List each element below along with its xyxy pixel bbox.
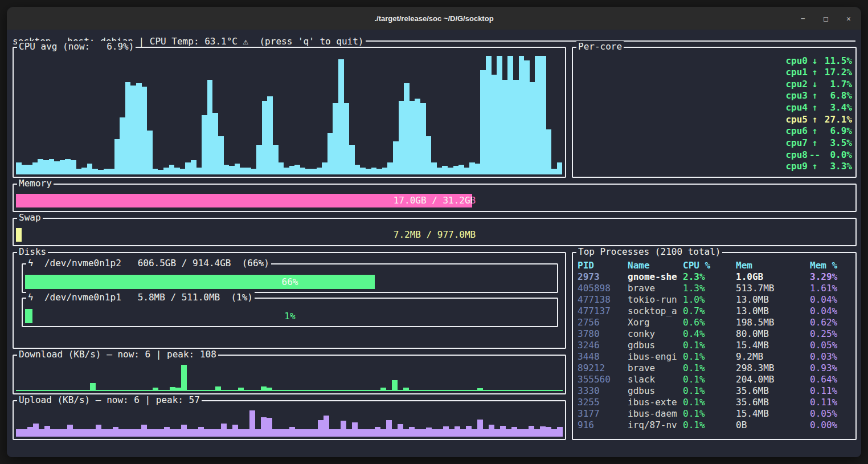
upload-panel: Upload (KB/s) — now: 6 | peak: 57 — [13, 400, 566, 440]
cell-pid: 916 — [578, 420, 628, 431]
process-row[interactable]: 477138tokio-run1.0%13.0MB0.04% — [573, 294, 855, 306]
process-row[interactable]: 2756Xorg0.6%198.5MB0.62% — [573, 317, 855, 328]
trend-flat-icon: -- — [808, 149, 821, 160]
core-label-cpu9: cpu9↑3.3% — [785, 161, 852, 172]
column-header-pid[interactable]: PID — [578, 260, 628, 271]
column-header-cpu-[interactable]: CPU % — [683, 260, 736, 271]
process-row[interactable]: 3330gdbus0.1%35.6MB0.11% — [573, 385, 855, 397]
maximize-button[interactable]: □ — [821, 14, 830, 23]
cell-cpu: 0.7% — [683, 306, 736, 317]
core-row-cpu4: cpu4↑3.4% — [578, 102, 852, 113]
cell-cpu: 0.1% — [683, 363, 736, 374]
cell-name: ibus-daem — [628, 408, 683, 420]
cell-cpu: 0.1% — [683, 351, 736, 363]
download-panel-title: Download (KB/s) — now: 6 | peak: 108 — [17, 349, 218, 360]
core-sparkline-cpu7 — [578, 137, 781, 149]
cell-memp: 0.93% — [810, 363, 855, 374]
disk-icon: ϟ — [28, 292, 34, 303]
trend-up-icon: ↑ — [808, 102, 821, 113]
cell-pid: 477137 — [578, 306, 628, 317]
app-header-line: socktop — host: debian | CPU Temp: 63.1°… — [13, 35, 855, 47]
process-row[interactable]: 3177ibus-daem0.1%15.4MB0.05% — [573, 408, 855, 420]
cell-name: Xorg — [628, 317, 683, 328]
process-row[interactable]: 916irq/87-nv0.1%0B0.00% — [573, 420, 855, 431]
upload-chart — [16, 410, 563, 437]
core-row-cpu7: cpu7↑3.5% — [578, 137, 852, 149]
cell-mem: 15.4MB — [736, 408, 810, 420]
top-processes-panel: Top Processes (2100 total) PIDNameCPU %M… — [572, 252, 857, 440]
close-button[interactable]: ✕ — [844, 14, 853, 23]
process-row[interactable]: 3255ibus-exte0.1%35.6MB0.11% — [573, 397, 855, 408]
memory-panel: Memory 17.0GB / 31.2GB17.0GB / 31.2GB — [13, 184, 857, 212]
upload-panel-title: Upload (KB/s) — now: 6 | peak: 57 — [17, 394, 202, 406]
cell-pid: 405898 — [578, 283, 628, 294]
window-titlebar[interactable]: ./target/release/soc ~/D/G/socktop − □ ✕ — [7, 7, 861, 30]
cell-name: brave — [628, 283, 683, 294]
cell-pid: 3448 — [578, 351, 628, 363]
cell-cpu: 0.1% — [683, 397, 736, 408]
column-header-mem[interactable]: Mem — [736, 260, 810, 271]
cell-pid: 3246 — [578, 340, 628, 351]
cell-cpu: 0.6% — [683, 317, 736, 328]
cell-mem: 198.5MB — [736, 317, 810, 328]
process-table: PIDNameCPU %MemMem %2973gnome-she2.3%1.0… — [573, 260, 855, 437]
process-row[interactable]: 3246gdbus0.1%15.4MB0.05% — [573, 340, 855, 351]
cell-mem: 0B — [736, 420, 810, 431]
disk-panel-nvme0n1p2: ϟ /dev/nvme0n1p2 606.5GB / 914.4GB (66%)… — [22, 263, 558, 293]
core-sparkline-cpu1 — [578, 67, 781, 78]
cell-name: gdbus — [628, 340, 683, 351]
cell-pid: 355560 — [578, 374, 628, 385]
core-label-cpu1: cpu1↑17.2% — [785, 67, 852, 78]
cell-mem: 513.7MB — [736, 283, 810, 294]
process-row[interactable]: 89212brave0.1%298.3MB0.93% — [573, 363, 855, 374]
disk-icon: ϟ — [28, 258, 34, 269]
cell-pid: 3177 — [578, 408, 628, 420]
trend-up-icon: ↑ — [808, 67, 821, 78]
process-row[interactable]: 355560slack0.1%204.0MB0.64% — [573, 374, 855, 385]
disks-panel: Disks ϟ /dev/nvme0n1p2 606.5GB / 914.4GB… — [13, 252, 566, 349]
per-core-panel: Per-core cpu0↓11.5%cpu1↑17.2%cpu2↓1.7%cp… — [572, 47, 857, 178]
core-row-cpu2: cpu2↓1.7% — [578, 78, 852, 89]
trend-down-icon: ↓ — [808, 55, 821, 66]
cell-cpu: 0.1% — [683, 408, 736, 420]
terminal-window: ./target/release/soc ~/D/G/socktop − □ ✕… — [7, 7, 861, 457]
core-sparkline-cpu4 — [578, 102, 781, 113]
download-panel: Download (KB/s) — now: 6 | peak: 108 — [13, 355, 566, 394]
cell-cpu: 1.0% — [683, 294, 736, 306]
minimize-button[interactable]: − — [799, 14, 808, 23]
process-row[interactable]: 2973gnome-she2.3%1.0GB3.29% — [573, 271, 855, 283]
column-header-name[interactable]: Name — [628, 260, 683, 271]
core-sparkline-cpu8 — [578, 149, 781, 160]
cell-pid: 2756 — [578, 317, 628, 328]
gauge-label-on-fill: 66% — [25, 275, 375, 289]
process-row[interactable]: 405898brave1.3%513.7MB1.61% — [573, 283, 855, 294]
cell-name: slack — [628, 374, 683, 385]
cell-cpu: 0.1% — [683, 340, 736, 351]
cell-memp: 0.03% — [810, 351, 855, 363]
gauge-label-on-fill: 1% — [25, 309, 32, 323]
memory-gauge: 17.0GB / 31.2GB17.0GB / 31.2GB — [16, 194, 853, 207]
core-row-cpu8: cpu8--0.0% — [578, 149, 852, 160]
process-row[interactable]: 477137socktop_a0.7%13.0MB0.04% — [573, 306, 855, 317]
trend-up-icon: ↑ — [808, 90, 821, 101]
process-row[interactable]: 3780conky0.4%80.0MB0.25% — [573, 328, 855, 340]
disks-panel-title: Disks — [17, 246, 48, 258]
cell-mem: 13.0MB — [736, 306, 810, 317]
terminal-content: socktop — host: debian | CPU Temp: 63.1°… — [7, 30, 861, 457]
cell-cpu: 0.1% — [683, 420, 736, 431]
core-row-cpu9: cpu9↑3.3% — [578, 161, 852, 172]
core-label-cpu6: cpu6↑6.9% — [785, 125, 852, 136]
top-processes-panel-title: Top Processes (2100 total) — [576, 246, 722, 258]
gauge-label: 1% — [25, 309, 555, 323]
cell-memp: 0.25% — [810, 328, 855, 340]
cpu-avg-panel: CPU avg (now: 6.9%) — [13, 47, 566, 178]
disk-gauge-nvme0n1p2: 66%66% — [25, 275, 555, 289]
column-header-mem-[interactable]: Mem % — [810, 260, 855, 271]
process-row[interactable]: 3448ibus-engi0.1%9.2MB0.03% — [573, 351, 855, 363]
core-label-cpu0: cpu0↓11.5% — [785, 55, 852, 66]
core-label-cpu3: cpu3↑6.8% — [785, 90, 852, 101]
cell-cpu: 2.3% — [683, 271, 736, 283]
cell-memp: 0.00% — [810, 420, 855, 431]
core-sparkline-cpu2 — [578, 78, 781, 89]
cell-memp: 0.04% — [810, 294, 855, 306]
